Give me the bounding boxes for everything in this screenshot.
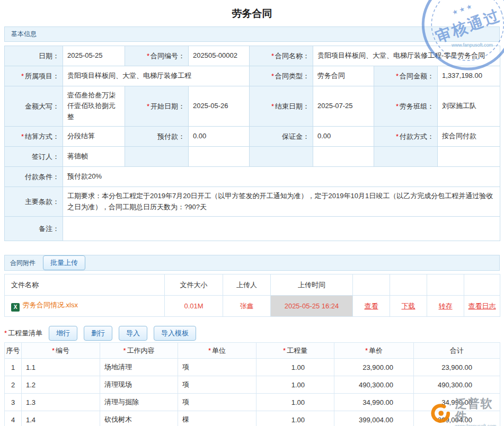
remark-value	[63, 217, 500, 241]
required-marker: *	[365, 347, 368, 354]
file-name-link[interactable]: 劳务合同情况.xlsx	[23, 301, 78, 309]
work-content-cell: 清理与掘除	[100, 394, 178, 411]
settlement-value: 分段结算	[63, 127, 125, 147]
quantity-row: 3 1.3 清理与掘除 项 1.00 34,990.00 34,990.00	[5, 394, 500, 411]
batch-upload-button[interactable]: 批量上传	[43, 255, 85, 270]
view-log-action-cell: 查看日志	[464, 296, 500, 317]
start-date-label: *开始日期：	[125, 86, 189, 127]
total-cell: 34,990.00	[414, 394, 500, 411]
code-cell: 1.2	[22, 376, 100, 394]
view-link[interactable]: 查看	[365, 302, 378, 310]
attachments-header-row: 文件名称 文件大小 上传人 上传时间	[5, 274, 500, 296]
total-cell: 23,900.00	[414, 359, 500, 376]
settlement-label: *结算方式：	[5, 127, 63, 147]
uploader-header: 上传人	[223, 274, 271, 296]
file-size-header: 文件大小	[165, 274, 223, 296]
main-terms-value: 工期要求：本分包工程定于2019年7月20日开工（以甲方签发的开工通知为准），定…	[63, 187, 500, 217]
total-header: 合计	[414, 343, 500, 359]
empty-action-header	[353, 274, 390, 296]
quantity-cell: 1.00	[257, 376, 334, 394]
attachments-section-title: 合同附件	[7, 259, 36, 268]
work-content-header: *工作内容	[100, 343, 178, 359]
required-marker: *	[396, 72, 399, 80]
required-marker: *	[21, 72, 24, 80]
unit-price-cell: 490,300.00	[334, 376, 414, 394]
code-header: *编号	[22, 343, 100, 359]
quantity-list-section-header: *工程量清单 增行 删行 导入 导入模板	[4, 324, 500, 342]
signer-label: 签订人：	[5, 147, 63, 167]
amount-words-label: 金额大写：	[5, 86, 63, 127]
work-content-cell: 砍伐树木	[100, 411, 178, 426]
labor-team-value: 刘琛施工队	[438, 86, 500, 127]
required-marker: *	[147, 52, 149, 60]
delete-row-button[interactable]: 删行	[84, 326, 112, 341]
upload-time-cell: 2025-05-25 16:24	[271, 296, 353, 317]
quantity-list-section-title: *工程量清单	[4, 329, 42, 338]
contract-type-label: *合同类型：	[250, 66, 313, 86]
quantity-row: 4 1.4 砍伐树木 棵 1.00 399,004.00 399,004.00	[5, 411, 500, 426]
empty-action-header	[390, 274, 427, 296]
import-template-button[interactable]: 导入模板	[154, 326, 196, 341]
date-label: 日期：	[5, 46, 63, 66]
end-date-label: *结束日期：	[250, 86, 313, 127]
payment-terms-value: 预付款20%	[63, 167, 500, 187]
unit-price-header: *单价	[334, 343, 414, 359]
deposit-label: 保证金：	[250, 127, 313, 147]
required-marker: *	[52, 347, 55, 354]
total-cell: 490,300.00	[414, 376, 500, 394]
empty-action-header	[464, 274, 500, 296]
empty-value-cell	[438, 147, 500, 167]
empty-value-cell	[313, 147, 374, 167]
code-cell: 1.3	[22, 394, 100, 411]
quantity-header: *工程量	[257, 343, 334, 359]
page-title: 劳务合同	[0, 0, 504, 26]
remark-label: 备注：	[5, 217, 63, 241]
seq-cell: 1	[5, 359, 22, 376]
quantity-cell: 1.00	[257, 411, 334, 426]
deposit-value: 0.00	[313, 127, 374, 147]
required-marker: *	[147, 102, 149, 110]
seq-header: 序号	[5, 343, 22, 359]
work-content-cell: 清理现场	[100, 376, 178, 394]
download-link[interactable]: 下载	[402, 302, 415, 310]
transfer-link[interactable]: 转存	[439, 302, 453, 310]
end-date-value: 2025-07-25	[313, 86, 374, 127]
contract-no-label: *合同编号：	[125, 46, 189, 66]
file-name-cell: X劳务合同情况.xlsx	[5, 296, 165, 317]
attachments-table: 文件名称 文件大小 上传人 上传时间 X劳务合同情况.xlsx 0.01M 张鑫…	[4, 274, 500, 317]
unit-price-cell: 34,990.00	[334, 394, 414, 411]
labor-team-label: *劳务班组：	[374, 86, 438, 127]
seq-cell: 2	[5, 376, 22, 394]
basic-info-section-title: 基本信息	[11, 30, 37, 39]
required-marker: *	[396, 132, 399, 140]
basic-info-table: 日期： 2025-05-25 *合同编号： 202505-00002 *合同名称…	[4, 46, 500, 241]
project-value: 贵阳项目样板间、大堂、电梯厅装修工程	[63, 66, 250, 86]
basic-info-section-header: 基本信息	[4, 26, 500, 42]
project-label: *所属项目：	[5, 66, 63, 86]
advance-value: 0.00	[189, 127, 250, 147]
contract-name-value: 贵阳项目样板间、大堂、电梯厅装修工程-零星劳务合同	[313, 46, 500, 66]
contract-amount-label: *合同金额：	[374, 66, 438, 86]
file-size-cell: 0.01M	[165, 296, 223, 317]
download-action-cell: 下载	[390, 296, 427, 317]
seq-cell: 4	[5, 411, 22, 426]
empty-action-header	[427, 274, 464, 296]
required-marker: *	[208, 347, 211, 354]
required-marker: *	[283, 347, 286, 354]
uploader-cell: 张鑫	[223, 296, 271, 317]
import-button[interactable]: 导入	[119, 326, 147, 341]
unit-cell: 项	[178, 376, 257, 394]
unit-cell: 棵	[178, 411, 257, 426]
signer-value: 蒋德帧	[63, 147, 125, 167]
required-marker: *	[271, 72, 274, 80]
empty-label-cell	[250, 147, 313, 167]
date-value: 2025-05-25	[63, 46, 125, 66]
view-log-link[interactable]: 查看日志	[468, 302, 496, 310]
advance-label: 预付款：	[125, 127, 189, 147]
required-marker: *	[123, 347, 126, 354]
main-terms-label: 主要条款：	[5, 187, 63, 217]
required-marker: *	[271, 102, 274, 110]
empty-label-cell	[374, 147, 438, 167]
attachment-row: X劳务合同情况.xlsx 0.01M 张鑫 2025-05-25 16:24 查…	[5, 296, 500, 317]
add-row-button[interactable]: 增行	[49, 326, 77, 341]
